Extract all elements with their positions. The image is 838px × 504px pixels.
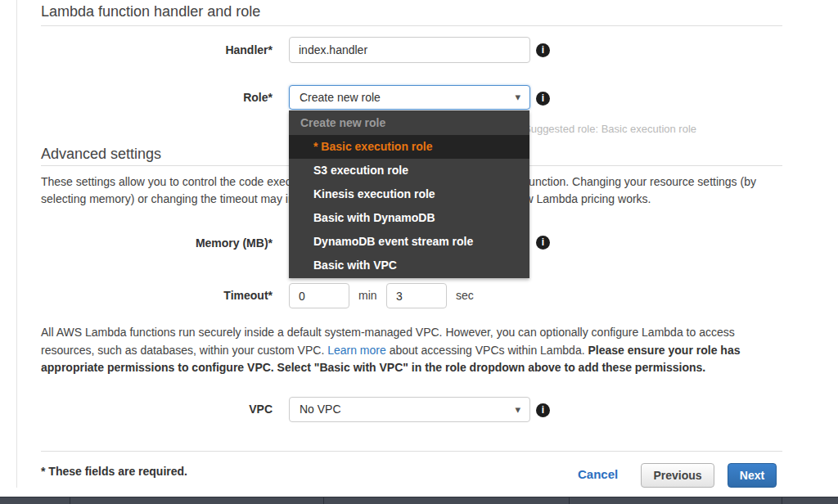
- footer-tick: [569, 497, 570, 504]
- vpc-note-line2-pre: resources, such as databases, within you…: [41, 344, 327, 357]
- role-option[interactable]: S3 execution role: [289, 159, 529, 182]
- vpc-select[interactable]: No VPC ▾: [289, 397, 530, 422]
- vpc-select-value: No VPC: [300, 403, 341, 416]
- info-icon[interactable]: i: [536, 236, 550, 250]
- role-option[interactable]: Create new role: [289, 111, 529, 135]
- timeout-label: Timeout*: [41, 283, 273, 308]
- handler-input[interactable]: [289, 37, 530, 63]
- timeout-sec-unit: sec: [456, 283, 474, 308]
- learn-more-link[interactable]: Learn more: [327, 344, 386, 357]
- vpc-note-line2-mid: about accessing VPCs within Lambda.: [386, 344, 588, 357]
- previous-button[interactable]: Previous: [641, 463, 714, 488]
- role-dropdown-menu: Create new role * Basic execution role S…: [289, 110, 529, 278]
- section-divider: [41, 25, 782, 26]
- role-option[interactable]: DynamoDB event stream role: [289, 230, 529, 254]
- footer-tick: [782, 497, 782, 504]
- suggested-role-hint: Suggested role: Basic execution role: [524, 123, 696, 135]
- footer-tick: [323, 497, 324, 504]
- next-button[interactable]: Next: [728, 463, 777, 488]
- timeout-min-input[interactable]: [289, 283, 349, 308]
- role-option-basic-execution[interactable]: * Basic execution role: [289, 135, 529, 159]
- cancel-button[interactable]: Cancel: [578, 463, 618, 486]
- vpc-label: VPC: [41, 397, 273, 422]
- role-select-value: Create new role: [300, 91, 381, 104]
- role-option[interactable]: Basic with DynamoDB: [289, 206, 529, 230]
- required-fields-note: * These fields are required.: [41, 463, 187, 480]
- section-title-handler-role: Lambda function handler and role: [41, 0, 260, 23]
- footer-divider: [41, 451, 782, 452]
- role-select[interactable]: Create new role ▾: [289, 85, 530, 110]
- info-icon[interactable]: i: [536, 43, 550, 57]
- role-option[interactable]: Kinesis execution role: [289, 182, 529, 206]
- timeout-min-unit: min: [358, 283, 377, 308]
- memory-label: Memory (MB)*: [41, 230, 273, 256]
- left-divider: [16, 0, 17, 488]
- info-icon[interactable]: i: [536, 92, 550, 106]
- chevron-down-icon: ▾: [515, 86, 520, 109]
- lambda-config-page: Lambda function handler and role Handler…: [0, 0, 838, 504]
- section-title-advanced: Advanced settings: [41, 142, 161, 165]
- role-label: Role*: [41, 85, 273, 110]
- role-option[interactable]: Basic with VPC: [289, 254, 529, 277]
- handler-label: Handler*: [41, 37, 273, 63]
- info-icon[interactable]: i: [536, 403, 550, 417]
- vpc-note-line2: resources, such as databases, within you…: [41, 342, 740, 360]
- footer-bar: [0, 497, 838, 504]
- vpc-note-line2-bold: Please ensure your role has: [588, 344, 740, 357]
- timeout-sec-input[interactable]: [386, 283, 447, 308]
- vpc-note-line1: All AWS Lambda functions run securely in…: [41, 324, 735, 342]
- chevron-down-icon: ▾: [515, 398, 520, 421]
- vpc-note-line3: appropriate permissions to configure VPC…: [41, 359, 705, 377]
- footer-tick: [70, 497, 70, 504]
